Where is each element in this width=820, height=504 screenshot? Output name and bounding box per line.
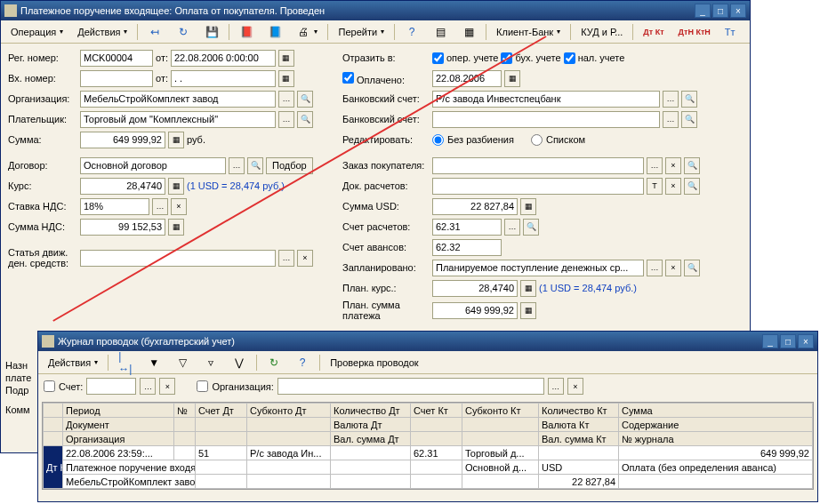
select-icon[interactable]: …: [548, 378, 564, 395]
bank1-field[interactable]: [432, 91, 660, 108]
select-icon[interactable]: …: [152, 198, 168, 215]
refresh-icon[interactable]: ↻: [261, 354, 287, 372]
open-icon[interactable]: 🔍: [297, 111, 313, 128]
select-icon[interactable]: …: [278, 91, 294, 108]
vhdate-field[interactable]: [171, 70, 276, 87]
regdate-field[interactable]: [171, 50, 276, 67]
client-bank-menu[interactable]: Клиент-Банк: [490, 23, 567, 41]
podbor-button[interactable]: Подбор: [266, 157, 313, 174]
save-icon[interactable]: 💾: [198, 23, 225, 41]
stavka-field[interactable]: [80, 198, 149, 215]
post-icon[interactable]: 📕: [233, 23, 260, 41]
titlebar[interactable]: Платежное поручение входящее: Оплата от …: [1, 1, 750, 20]
open-icon[interactable]: 🔍: [681, 91, 697, 108]
calc-icon[interactable]: ▦: [168, 219, 184, 236]
check-entries-button[interactable]: Проверка проводок: [324, 354, 424, 372]
select-icon[interactable]: …: [647, 260, 663, 276]
dtktn-button[interactable]: ДтН КтН: [672, 23, 717, 41]
open-icon[interactable]: 🔍: [297, 91, 313, 108]
select-icon[interactable]: …: [663, 91, 679, 108]
table-row[interactable]: МебельСтройКомплект завод 22 827,84: [44, 475, 813, 489]
goto-menu[interactable]: Перейти: [332, 23, 390, 41]
zaplan-field[interactable]: [432, 260, 644, 276]
statya-field[interactable]: [80, 250, 276, 267]
bank2-field[interactable]: [432, 111, 660, 128]
clear-icon[interactable]: ×: [159, 378, 175, 395]
clear-icon[interactable]: ×: [171, 198, 187, 215]
open-icon[interactable]: 🔍: [523, 219, 539, 236]
opldate-field[interactable]: [432, 70, 502, 87]
org-filter-field[interactable]: [277, 378, 544, 395]
dog-field[interactable]: [80, 157, 226, 174]
clear-icon[interactable]: ×: [665, 260, 681, 276]
sumusd-field[interactable]: [432, 198, 518, 215]
schet-filter-checkbox[interactable]: [44, 380, 55, 392]
schetras-field[interactable]: [432, 219, 502, 236]
calc-icon[interactable]: ▦: [520, 198, 536, 215]
plankurs-field[interactable]: [432, 280, 518, 297]
filter1-icon[interactable]: ▼: [141, 354, 167, 372]
calendar-icon[interactable]: ▦: [278, 70, 294, 87]
close-button[interactable]: ×: [798, 334, 814, 348]
minimize-button[interactable]: _: [762, 334, 778, 348]
print-menu[interactable]: 🖨: [290, 23, 324, 41]
col-koldt[interactable]: Количество Дт: [331, 404, 411, 418]
col-no[interactable]: №: [174, 404, 196, 418]
interval-icon[interactable]: |↔|: [112, 354, 139, 372]
calendar-icon[interactable]: ▦: [278, 50, 294, 67]
regno-field[interactable]: [80, 50, 153, 67]
col-schetdt[interactable]: Счет Дт: [196, 404, 247, 418]
type-icon[interactable]: T: [647, 178, 663, 195]
entries-grid[interactable]: Период № Счет Дт Субконто Дт Количество …: [42, 402, 814, 490]
dokras-field[interactable]: [432, 178, 644, 195]
select-icon[interactable]: …: [278, 250, 294, 267]
open-icon[interactable]: 🔍: [684, 260, 700, 276]
table-row[interactable]: Дт Кт 22.08.2006 23:59:... 51 Р/с завода…: [44, 446, 813, 460]
help-icon[interactable]: ?: [289, 354, 316, 372]
close-button[interactable]: ×: [730, 4, 746, 18]
calendar-icon[interactable]: ▦: [504, 70, 520, 87]
tree-icon[interactable]: ▦: [455, 23, 482, 41]
nal-checkbox[interactable]: [564, 52, 575, 64]
maximize-button[interactable]: □: [712, 4, 728, 18]
calc-icon[interactable]: ▦: [520, 302, 536, 319]
minimize-button[interactable]: _: [695, 4, 711, 18]
col-schetkt[interactable]: Счет Кт: [411, 404, 462, 418]
zakaz-field[interactable]: [432, 157, 644, 174]
list-icon[interactable]: ▤: [427, 23, 454, 41]
org-field[interactable]: [80, 91, 276, 108]
nav-back-icon[interactable]: ↤: [141, 23, 168, 41]
kudir-button[interactable]: КУД и Р...: [575, 23, 629, 41]
schetav-field[interactable]: [432, 239, 502, 256]
kurs-field[interactable]: [80, 178, 165, 195]
spiskom-radio[interactable]: [531, 134, 543, 146]
unpost-icon[interactable]: 📘: [261, 23, 288, 41]
opl-checkbox[interactable]: [342, 72, 354, 84]
col-kolkt[interactable]: Количество Кт: [539, 404, 619, 418]
col-subdt[interactable]: Субконто Дт: [247, 404, 331, 418]
vhno-field[interactable]: [80, 70, 153, 87]
sumnds-field[interactable]: [80, 219, 165, 236]
col-period[interactable]: Период: [63, 404, 174, 418]
table-row[interactable]: Платежное поручение входя... Основной д.…: [44, 460, 813, 475]
maximize-button[interactable]: □: [780, 334, 796, 348]
refresh-icon[interactable]: ↻: [170, 23, 197, 41]
select-icon[interactable]: …: [278, 111, 294, 128]
open-icon[interactable]: 🔍: [684, 157, 700, 174]
col-summa[interactable]: Сумма: [619, 404, 813, 418]
tt-button[interactable]: Тт: [719, 23, 742, 41]
payer-field[interactable]: [80, 111, 276, 128]
sum-field[interactable]: [80, 132, 165, 148]
calc-icon[interactable]: ▦: [168, 132, 184, 148]
org-filter-checkbox[interactable]: [197, 380, 208, 392]
clear-icon[interactable]: ×: [665, 157, 681, 174]
dtkt-button[interactable]: Дт Кт: [637, 23, 670, 41]
col-subkt[interactable]: Субконто Кт: [462, 404, 539, 418]
select-icon[interactable]: …: [229, 157, 245, 174]
select-icon[interactable]: …: [140, 378, 156, 395]
plansum-field[interactable]: [432, 302, 518, 319]
actions-menu2[interactable]: Действия: [42, 354, 104, 372]
calc-icon[interactable]: ▦: [520, 280, 536, 297]
select-icon[interactable]: …: [504, 219, 520, 236]
operation-menu[interactable]: Операция: [4, 23, 69, 41]
